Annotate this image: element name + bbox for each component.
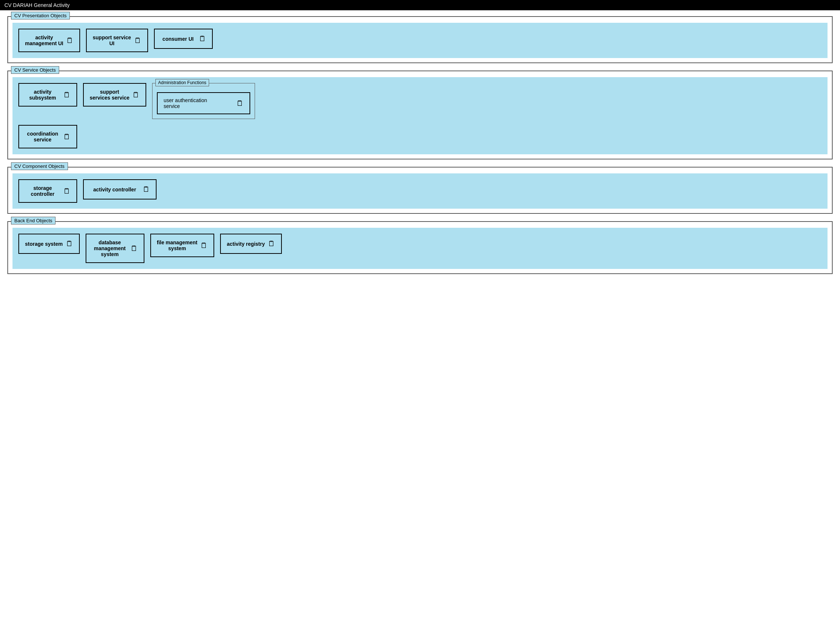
presentation-group: CV Presentation Objects activitymanageme… bbox=[7, 16, 833, 63]
presentation-group-label: CV Presentation Objects bbox=[11, 12, 70, 19]
backend-group: Back End Objects storage system 🗒 databa… bbox=[7, 221, 833, 274]
consumer-ui-box[interactable]: consumer UI 🗒 bbox=[154, 29, 213, 49]
admin-functions-label: Administration Functions bbox=[155, 79, 209, 86]
component-group: CV Component Objects storagecontroller 🗒… bbox=[7, 167, 833, 214]
db-management-system-box[interactable]: databasemanagementsystem 🗒 bbox=[86, 234, 144, 263]
service-group-label: CV Service Objects bbox=[11, 66, 59, 74]
consumer-ui-label: consumer UI bbox=[161, 36, 196, 42]
activity-registry-icon: 🗒 bbox=[268, 239, 275, 248]
activity-subsystem-box[interactable]: activitysubsystem 🗒 bbox=[18, 83, 77, 106]
backend-group-inner: storage system 🗒 databasemanagementsyste… bbox=[13, 228, 827, 269]
service-bottom-row: coordinationservice 🗒 bbox=[18, 125, 822, 149]
user-auth-service-box[interactable]: user authenticationservice 🗒 bbox=[157, 92, 250, 114]
support-service-ui-icon: 🗒 bbox=[134, 36, 141, 45]
activity-subsystem-label: activitysubsystem bbox=[25, 89, 60, 101]
activity-subsystem-icon: 🗒 bbox=[63, 91, 71, 99]
support-services-service-box[interactable]: supportservices service 🗒 bbox=[83, 83, 146, 106]
presentation-group-inner: activitymanagement UI 🗒 support serviceU… bbox=[13, 23, 827, 58]
db-management-system-icon: 🗒 bbox=[130, 244, 138, 253]
storage-controller-icon: 🗒 bbox=[63, 187, 71, 196]
support-services-service-label: supportservices service bbox=[90, 89, 129, 101]
activity-controller-icon: 🗒 bbox=[143, 185, 150, 194]
user-auth-service-label: user authenticationservice bbox=[163, 97, 207, 109]
file-management-system-label: file managementsystem bbox=[157, 239, 197, 251]
service-top-row: activitysubsystem 🗒 supportservices serv… bbox=[18, 83, 822, 119]
service-group-inner: activitysubsystem 🗒 supportservices serv… bbox=[13, 77, 827, 154]
activity-controller-label: activity controller bbox=[90, 186, 139, 192]
storage-system-label: storage system bbox=[25, 241, 63, 247]
page-content: CV Presentation Objects activitymanageme… bbox=[0, 10, 840, 280]
coordination-service-label: coordinationservice bbox=[25, 131, 60, 142]
coordination-service-box[interactable]: coordinationservice 🗒 bbox=[18, 125, 77, 149]
window-title: CV DARIAH General Activity bbox=[5, 2, 69, 8]
activity-controller-box[interactable]: activity controller 🗒 bbox=[83, 179, 157, 199]
presentation-items-row: activitymanagement UI 🗒 support serviceU… bbox=[18, 29, 822, 52]
storage-system-box[interactable]: storage system 🗒 bbox=[18, 234, 80, 254]
title-bar: CV DARIAH General Activity bbox=[0, 0, 840, 10]
db-management-system-label: databasemanagementsystem bbox=[92, 239, 127, 257]
activity-mgmt-ui-box[interactable]: activitymanagement UI 🗒 bbox=[18, 29, 80, 52]
activity-registry-box[interactable]: activity registry 🗒 bbox=[220, 234, 282, 254]
support-service-ui-box[interactable]: support serviceUI 🗒 bbox=[86, 29, 148, 52]
consumer-ui-icon: 🗒 bbox=[199, 34, 206, 43]
backend-group-label: Back End Objects bbox=[11, 217, 55, 224]
admin-functions-group: Administration Functions user authentica… bbox=[152, 83, 255, 119]
backend-items-row: storage system 🗒 databasemanagementsyste… bbox=[18, 234, 822, 263]
coordination-service-icon: 🗒 bbox=[63, 133, 71, 141]
file-management-system-icon: 🗒 bbox=[200, 241, 208, 250]
storage-controller-box[interactable]: storagecontroller 🗒 bbox=[18, 179, 77, 203]
file-management-system-box[interactable]: file managementsystem 🗒 bbox=[150, 234, 214, 257]
storage-system-icon: 🗒 bbox=[66, 239, 73, 248]
support-services-service-icon: 🗒 bbox=[132, 91, 139, 99]
component-items-row: storagecontroller 🗒 activity controller … bbox=[18, 179, 822, 203]
user-auth-service-icon: 🗒 bbox=[236, 99, 244, 108]
activity-registry-label: activity registry bbox=[227, 241, 265, 247]
activity-mgmt-ui-label: activitymanagement UI bbox=[25, 34, 63, 46]
storage-controller-label: storagecontroller bbox=[25, 185, 60, 197]
service-layout: activitysubsystem 🗒 supportservices serv… bbox=[18, 83, 822, 149]
component-group-inner: storagecontroller 🗒 activity controller … bbox=[13, 174, 827, 209]
support-service-ui-label: support serviceUI bbox=[92, 34, 131, 46]
service-group: CV Service Objects activitysubsystem 🗒 s… bbox=[7, 70, 833, 160]
activity-mgmt-ui-icon: 🗒 bbox=[66, 36, 74, 45]
component-group-label: CV Component Objects bbox=[11, 163, 68, 170]
